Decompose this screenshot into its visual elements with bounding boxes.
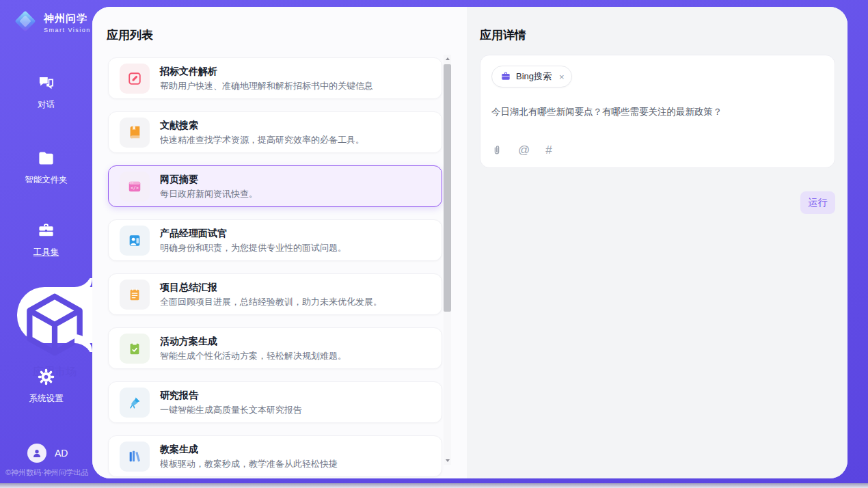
app-card-网页摘要[interactable]: </>网页摘要每日政府新闻资讯快查。 — [108, 165, 442, 207]
app-card-文献搜索[interactable]: 文献搜索快速精准查找学术资源，提高研究效率的必备工具。 — [108, 111, 442, 153]
sidebar-item-系统设置[interactable]: 系统设置 — [0, 368, 92, 405]
scrollbar-thumb[interactable] — [444, 64, 451, 312]
notepad-icon — [120, 280, 150, 310]
sidebar-item-工具集[interactable]: 工具集 — [0, 221, 92, 258]
app-card-title: 活动方案生成 — [160, 335, 347, 347]
app-detail-panel: 应用详情 Bing搜索 × 今日湖北有哪些新闻要点？有哪些需要关注的最新政策？ … — [467, 7, 847, 478]
scrollbar-up-arrow-icon[interactable] — [444, 55, 451, 63]
topic-icon[interactable]: # — [545, 144, 552, 156]
app-card-desc: 一键智能生成高质量长文本研究报告 — [160, 404, 302, 416]
scrollbar-down-arrow-icon[interactable] — [444, 457, 451, 465]
sidebar-item-label: 对话 — [0, 99, 92, 111]
sidebar-item-label: 工具集 — [0, 247, 92, 258]
remove-tool-icon[interactable]: × — [559, 72, 565, 82]
user-initials: AD — [55, 448, 68, 459]
app-card-desc: 快速精准查找学术资源，提高研究效率的必备工具。 — [160, 134, 364, 146]
prompt-card: Bing搜索 × 今日湖北有哪些新闻要点？有哪些需要关注的最新政策？ @ # — [480, 55, 835, 168]
app-card-desc: 全面回顾项目进展，总结经验教训，助力未来优化发展。 — [160, 296, 382, 308]
app-detail-title: 应用详情 — [480, 27, 526, 43]
copyright-footer: ©神州数码·神州问学出品 — [5, 467, 89, 478]
browser-code-icon: </> — [120, 172, 150, 202]
clipboard-check-icon — [120, 334, 150, 364]
window-bottom-edge — [0, 483, 868, 488]
telescope-icon — [120, 388, 150, 418]
mention-icon[interactable]: @ — [518, 144, 530, 156]
app-card-text: 研究报告一键智能生成高质量长文本研究报告 — [160, 389, 302, 416]
sidebar-item-label: 智能文件夹 — [0, 174, 92, 186]
brand-name: 神州问学 — [44, 12, 91, 25]
svg-text:</>: </> — [131, 185, 139, 191]
app-card-title: 产品经理面试官 — [160, 227, 347, 239]
gear-icon — [37, 368, 55, 386]
person-icon — [31, 448, 42, 459]
app-card-教案生成[interactable]: 教案生成模板驱动，教案秒成，教学准备从此轻松快捷 — [108, 435, 442, 477]
app-card-活动方案生成[interactable]: 活动方案生成智能生成个性化活动方案，轻松解决规划难题。 — [108, 327, 442, 369]
app-card-title: 网页摘要 — [160, 173, 258, 185]
app-card-招标文件解析[interactable]: 招标文件解析帮助用户快速、准确地理解和解析招标书中的关键信息 — [108, 57, 442, 99]
avatar[interactable] — [27, 444, 46, 463]
app-card-title: 研究报告 — [160, 389, 302, 401]
sidebar-item-label: 系统设置 — [0, 393, 92, 405]
diamond-logo-icon — [12, 8, 38, 37]
app-list-title: 应用列表 — [107, 27, 153, 43]
brand-logo: 神州问学 Smart Vision — [12, 8, 91, 37]
tool-chip-label: Bing搜索 — [516, 70, 552, 83]
app-card-text: 文献搜索快速精准查找学术资源，提高研究效率的必备工具。 — [160, 119, 364, 146]
app-card-text: 教案生成模板驱动，教案秒成，教学准备从此轻松快捷 — [160, 443, 338, 470]
toolbox-icon — [37, 221, 55, 240]
app-card-title: 文献搜索 — [160, 119, 364, 131]
attachment-toolbar: @ # — [491, 144, 824, 157]
sidebar-item-对话[interactable]: 对话 — [0, 74, 92, 111]
app-card-text: 活动方案生成智能生成个性化活动方案，轻松解决规划难题。 — [160, 335, 347, 362]
app-card-desc: 明确身份和职责，为您提供专业性的面试问题。 — [160, 242, 347, 254]
app-card-title: 项目总结汇报 — [160, 281, 382, 293]
app-card-title: 教案生成 — [160, 443, 338, 455]
app-card-text: 产品经理面试官明确身份和职责，为您提供专业性的面试问题。 — [160, 227, 347, 254]
brand-subtitle: Smart Vision — [44, 27, 91, 33]
interviewer-icon — [120, 226, 150, 256]
pen-square-icon — [120, 64, 150, 94]
bubble-curve — [74, 269, 92, 287]
app-card-title: 招标文件解析 — [160, 65, 373, 77]
app-card-desc: 帮助用户快速、准确地理解和解析招标书中的关键信息 — [160, 80, 373, 92]
app-card-项目总结汇报[interactable]: 项目总结汇报全面回顾项目进展，总结经验教训，助力未来优化发展。 — [108, 273, 442, 315]
app-card-text: 网页摘要每日政府新闻资讯快查。 — [160, 173, 258, 200]
prompt-input[interactable]: 今日湖北有哪些新闻要点？有哪些需要关注的最新政策？ — [491, 105, 824, 144]
app-card-desc: 智能生成个性化活动方案，轻松解决规划难题。 — [160, 350, 347, 362]
main-container: 应用列表 招标文件解析帮助用户快速、准确地理解和解析招标书中的关键信息文献搜索快… — [92, 7, 847, 478]
sidebar-item-应用市场[interactable]: 应用市场 — [17, 287, 92, 343]
list-scrollbar[interactable] — [444, 55, 451, 465]
run-button[interactable]: 运行 — [800, 191, 835, 214]
sidebar: 神州问学 Smart Vision 对话智能文件夹工具集应用市场系统设置 AD … — [0, 0, 92, 488]
briefcase-icon — [500, 71, 511, 82]
app-card-desc: 每日政府新闻资讯快查。 — [160, 188, 258, 200]
folder-icon — [37, 149, 55, 167]
app-list-panel: 应用列表 招标文件解析帮助用户快速、准确地理解和解析招标书中的关键信息文献搜索快… — [92, 7, 467, 478]
app-card-text: 项目总结汇报全面回顾项目进展，总结经验教训，助力未来优化发展。 — [160, 281, 382, 308]
app-card-text: 招标文件解析帮助用户快速、准确地理解和解析招标书中的关键信息 — [160, 65, 373, 92]
user-menu[interactable]: AD — [27, 444, 68, 463]
app-card-desc: 模板驱动，教案秒成，教学准备从此轻松快捷 — [160, 458, 338, 470]
paperclip-icon[interactable] — [491, 144, 502, 156]
chat-icon — [37, 74, 55, 92]
book-icon — [120, 118, 150, 148]
tool-chip-bing-search[interactable]: Bing搜索 × — [491, 66, 572, 87]
app-card-list: 招标文件解析帮助用户快速、准确地理解和解析招标书中的关键信息文献搜索快速精准查找… — [108, 57, 442, 478]
app-card-产品经理面试官[interactable]: 产品经理面试官明确身份和职责，为您提供专业性的面试问题。 — [108, 219, 442, 261]
app-card-研究报告[interactable]: 研究报告一键智能生成高质量长文本研究报告 — [108, 381, 442, 423]
books-icon — [120, 442, 150, 472]
sidebar-item-智能文件夹[interactable]: 智能文件夹 — [0, 149, 92, 186]
